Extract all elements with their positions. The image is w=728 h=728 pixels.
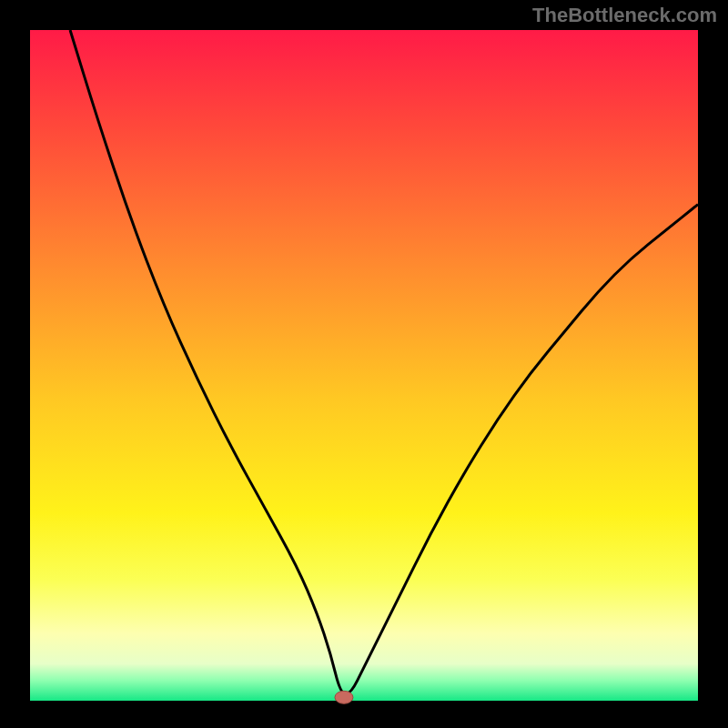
bottleneck-chart (0, 0, 728, 728)
chart-container: TheBottleneck.com (0, 0, 728, 728)
plot-background (30, 30, 698, 701)
optimal-marker (335, 691, 353, 703)
watermark: TheBottleneck.com (532, 4, 717, 27)
